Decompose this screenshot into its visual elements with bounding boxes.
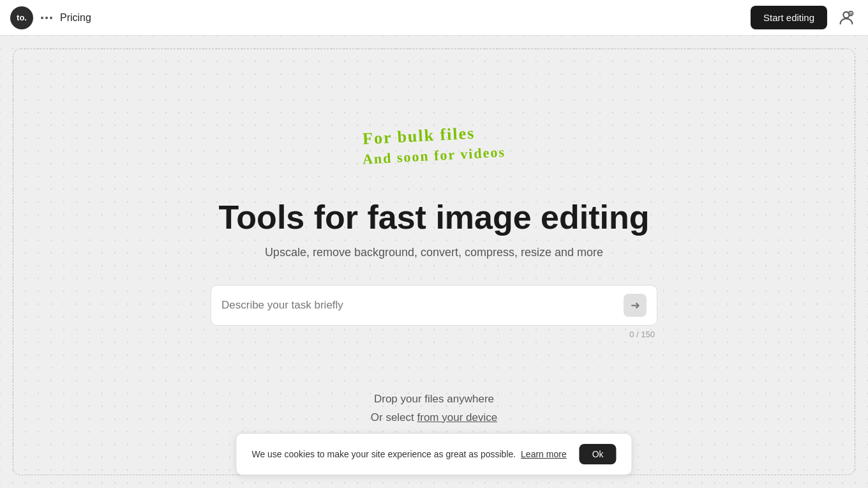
user-icon: ⚙ (837, 9, 855, 27)
handwritten-area: For bulk files And soon for videos (363, 126, 505, 164)
search-area: ➜ 0 / 150 (211, 285, 657, 339)
search-submit-button[interactable]: ➜ (624, 294, 647, 317)
user-account-button[interactable]: ⚙ (835, 6, 858, 29)
drop-text-line2: Or select from your device (371, 409, 497, 427)
navbar-right: Start editing ⚙ (751, 6, 858, 29)
search-container: ➜ (211, 285, 657, 326)
learn-more-link[interactable]: Learn more (521, 449, 567, 459)
cookie-banner: We use cookies to make your site experie… (236, 433, 632, 475)
cookie-message-text: We use cookies to make your site experie… (251, 449, 516, 459)
arrow-right-icon: ➜ (631, 298, 640, 312)
task-input[interactable] (221, 299, 624, 312)
main-heading: Tools for fast image editing (218, 199, 649, 236)
content-box: For bulk files And soon for videos Tools… (13, 49, 855, 475)
drop-text-prefix: Or select (371, 411, 417, 423)
navbar: to. Pricing Start editing ⚙ (0, 0, 868, 36)
cookie-message: We use cookies to make your site experie… (251, 449, 566, 459)
start-editing-button[interactable]: Start editing (751, 6, 827, 29)
logo-text: to. (17, 13, 27, 22)
pricing-link[interactable]: Pricing (60, 12, 91, 24)
dots-icon[interactable] (41, 17, 52, 19)
drop-text-line1: Drop your files anywhere (371, 390, 497, 409)
drop-area: Drop your files anywhere Or select from … (371, 390, 497, 427)
from-device-link[interactable]: from your device (417, 411, 498, 423)
main-subtext: Upscale, remove background, convert, com… (265, 246, 603, 259)
ok-button[interactable]: Ok (580, 444, 617, 464)
navbar-left: to. Pricing (10, 6, 91, 29)
logo[interactable]: to. (10, 6, 33, 29)
main-area: For bulk files And soon for videos Tools… (0, 36, 868, 488)
char-counter: 0 / 150 (211, 330, 657, 339)
